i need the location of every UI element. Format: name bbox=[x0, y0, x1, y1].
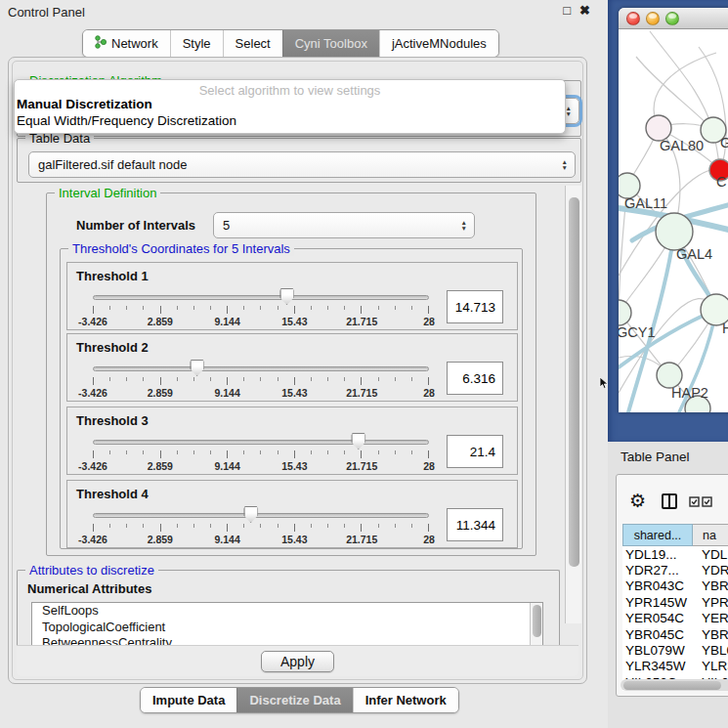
control-panel: Control Panel □ ✖ Network bbox=[0, 0, 608, 728]
threshold-3-value-field[interactable]: 21.4 bbox=[447, 435, 503, 468]
network-window: GAL80 GA C GAL11 GAL4 GCY1 H HAP2 bbox=[619, 8, 728, 412]
checkbox-icon[interactable] bbox=[689, 496, 700, 507]
close-panel-icon[interactable]: ✖ bbox=[579, 3, 590, 18]
close-traffic-light[interactable] bbox=[626, 12, 640, 25]
threshold-1-value-field[interactable]: 14.713 bbox=[447, 290, 503, 323]
network-nodes[interactable] bbox=[619, 115, 728, 412]
table-panel-toolbar: ⚙ bbox=[617, 487, 728, 516]
threshold-1-label: Threshold 1 bbox=[76, 269, 149, 283]
tab-discretize-data[interactable]: Discretize Data bbox=[236, 688, 352, 712]
network-canvas[interactable]: GAL80 GA C GAL11 GAL4 GCY1 H HAP2 bbox=[619, 29, 728, 412]
mouse-cursor bbox=[599, 376, 610, 394]
table-data-group: Table Data galFiltered.sif default node … bbox=[17, 138, 581, 183]
checkbox-icon[interactable] bbox=[702, 496, 712, 507]
panel-scrollbar[interactable] bbox=[565, 186, 581, 623]
control-panel-title: Control Panel bbox=[8, 5, 85, 20]
table-row[interactable]: YDL19...YDL1 bbox=[622, 546, 728, 562]
algorithm-placeholder-option[interactable]: Select algorithm to view settings bbox=[15, 80, 565, 97]
table-header: shared... na bbox=[622, 524, 728, 546]
float-window-icon[interactable]: □ bbox=[563, 3, 571, 18]
threshold-2-slider[interactable]: -3.426 2.859 9.144 15.43 21.715 28 bbox=[93, 358, 429, 401]
threshold-3-slider-thumb[interactable] bbox=[351, 433, 365, 450]
node-label: GAL11 bbox=[624, 195, 667, 211]
cyni-toolbox-panel: Discretization Algorithm ▲▼ Table Data g… bbox=[8, 57, 587, 684]
control-panel-tabbar: Network Style Select Cyni Toolbox jActiv… bbox=[82, 29, 499, 58]
node-label: GA bbox=[720, 135, 728, 150]
network-icon bbox=[95, 35, 107, 52]
algorithm-option-manual[interactable]: Manual Discretization bbox=[15, 97, 565, 113]
list-item[interactable]: TopologicalCoefficient bbox=[32, 620, 542, 636]
threshold-4-slider-thumb[interactable] bbox=[243, 506, 258, 523]
node-label: GAL80 bbox=[660, 138, 704, 153]
threshold-3-label: Threshold 3 bbox=[76, 413, 149, 428]
number-of-intervals-label: Number of Intervals bbox=[76, 218, 195, 233]
table-row[interactable]: YPR145WYPR1 bbox=[622, 594, 728, 610]
network-window-titlebar[interactable] bbox=[619, 8, 728, 29]
threshold-4-box: Threshold 4 -3.426 2.859 9.144 bbox=[66, 480, 518, 548]
node-gal4[interactable] bbox=[656, 213, 693, 250]
spinner-down-icon: ▼ bbox=[461, 226, 467, 232]
apply-strip: Apply bbox=[17, 645, 578, 676]
network-window-frame: GAL80 GA C GAL11 GAL4 GCY1 H HAP2 bbox=[608, 0, 728, 442]
node-gcy1[interactable] bbox=[619, 300, 631, 325]
column-header-name[interactable]: na bbox=[693, 524, 728, 546]
numerical-attributes-label: Numerical Attributes bbox=[27, 581, 151, 596]
column-header-shared[interactable]: shared... bbox=[622, 524, 693, 546]
algorithm-dropdown-popup: Select algorithm to view settings Manual… bbox=[14, 79, 566, 134]
tab-cyni-toolbox[interactable]: Cyni Toolbox bbox=[282, 30, 379, 57]
table-row[interactable]: YER054CYER0 bbox=[622, 611, 728, 626]
table-panel-title: Table Panel bbox=[621, 450, 690, 464]
table-data-combobox[interactable]: galFiltered.sif default node ▲▼ bbox=[28, 151, 576, 178]
spinner-down-icon: ▼ bbox=[562, 165, 568, 171]
zoom-traffic-light[interactable] bbox=[665, 12, 679, 25]
threshold-2-box: Threshold 2 -3.426 2.859 9.144 bbox=[66, 333, 518, 402]
tab-impute-data[interactable]: Impute Data bbox=[141, 688, 236, 712]
table-panel: ⚙ shared... na YDL19... bbox=[616, 474, 728, 697]
table-row[interactable]: YDR27...YDR2 bbox=[622, 562, 728, 578]
number-of-intervals-value: 5 bbox=[223, 218, 230, 233]
threshold-4-label: Threshold 4 bbox=[76, 487, 149, 501]
apply-button[interactable]: Apply bbox=[261, 651, 334, 672]
tab-jactivemnodules[interactable]: jActiveMNodules bbox=[379, 30, 498, 57]
attributes-group: Attributes to discretize Numerical Attri… bbox=[17, 570, 560, 654]
number-of-intervals-combobox[interactable]: 5 ▲▼ bbox=[213, 212, 475, 238]
table-row[interactable]: YBR043CYBR0 bbox=[622, 578, 728, 594]
algorithm-option-equal-width[interactable]: Equal Width/Frequency Discretization bbox=[15, 113, 565, 130]
attributes-group-title: Attributes to discretize bbox=[25, 563, 158, 578]
right-region: GAL80 GA C GAL11 GAL4 GCY1 H HAP2 Table … bbox=[608, 0, 728, 728]
threshold-3-slider[interactable]: -3.426 2.859 9.144 15.43 21.715 28 bbox=[93, 431, 429, 474]
interval-definition-group: Interval Definition Number of Intervals … bbox=[46, 193, 536, 556]
table-row[interactable]: YLR345WYLR3 bbox=[622, 659, 728, 674]
threshold-4-slider[interactable]: -3.426 2.859 9.144 15.43 21.715 28 bbox=[93, 504, 429, 547]
threshold-2-value-field[interactable]: 6.316 bbox=[447, 362, 503, 395]
threshold-3-box: Threshold 3 -3.426 2.859 9.144 bbox=[66, 407, 518, 475]
node-label: GAL4 bbox=[676, 246, 712, 262]
threshold-1-slider-thumb[interactable] bbox=[279, 288, 294, 305]
node-label: H bbox=[722, 321, 728, 336]
tab-select[interactable]: Select bbox=[223, 30, 282, 57]
list-item[interactable]: SelfLoops bbox=[32, 603, 542, 620]
gear-icon[interactable]: ⚙ bbox=[629, 492, 646, 511]
threshold-coordinates-group-title: Threshold's Coordinates for 5 Intervals bbox=[68, 241, 294, 256]
table-row[interactable]: YBL079WYBL0 bbox=[622, 642, 728, 658]
column-browser-icon[interactable] bbox=[662, 493, 677, 509]
threshold-2-slider-thumb[interactable] bbox=[190, 360, 204, 376]
table-data-selected-value: galFiltered.sif default node bbox=[38, 157, 187, 172]
tab-infer-network[interactable]: Infer Network bbox=[353, 688, 458, 712]
cyni-bottom-tabbar: Impute Data Discretize Data Infer Networ… bbox=[140, 687, 459, 713]
interval-definition-group-title: Interval Definition bbox=[55, 186, 160, 200]
threshold-2-label: Threshold 2 bbox=[76, 340, 149, 355]
threshold-1-box: Threshold 1 -3.426 2.859 9.144 bbox=[66, 262, 518, 330]
node-label: C bbox=[716, 174, 726, 190]
threshold-1-slider[interactable]: -3.426 2.859 9.144 15.43 21.715 28 bbox=[93, 286, 429, 329]
table-horizontal-scrollbar[interactable] bbox=[621, 679, 728, 691]
select-columns-icons[interactable] bbox=[689, 496, 712, 507]
table-row[interactable]: YBR045CYBR0 bbox=[622, 626, 728, 642]
tab-network[interactable]: Network bbox=[83, 30, 170, 57]
node-label: HAP2 bbox=[671, 385, 708, 401]
tab-style[interactable]: Style bbox=[170, 30, 223, 57]
threshold-4-value-field[interactable]: 11.344 bbox=[447, 508, 503, 541]
table-rows: YDL19...YDL1 YDR27...YDR2 YBR043CYBR0 YP… bbox=[622, 546, 728, 691]
spinner-down-icon: ▼ bbox=[566, 111, 572, 117]
minimize-traffic-light[interactable] bbox=[646, 12, 660, 25]
